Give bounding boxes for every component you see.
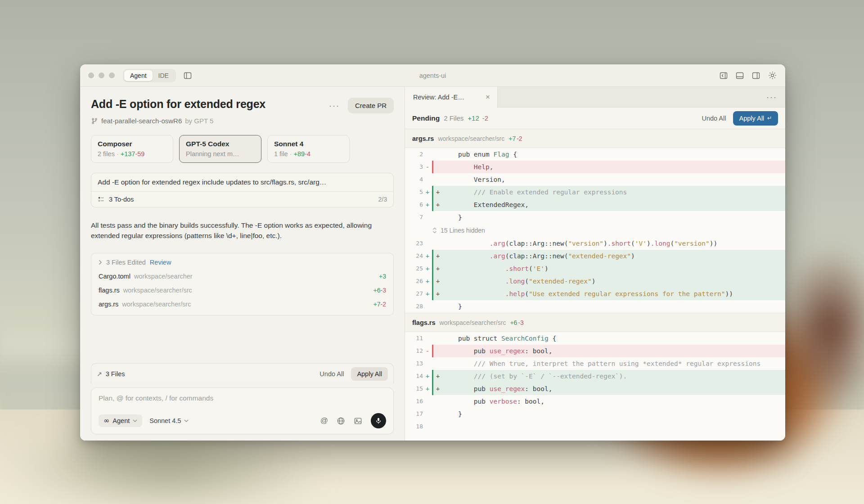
code-text: } [442,300,462,313]
edited-file-row[interactable]: args.rsworkspace/searcher/src+7-2 [99,301,386,308]
code-text: pub struct SearchConfig { [442,332,556,345]
model-dropdown[interactable]: Sonnet 4.5 [149,417,189,424]
composer-input[interactable] [99,394,386,402]
composer: ∞ Agent Sonnet 4.5 @ [91,387,394,434]
globe-icon[interactable] [337,417,345,425]
diff-line-content: + ExtendedRegex, [432,198,785,211]
more-options-icon[interactable]: ··· [328,100,341,112]
code-token: pub [442,398,490,405]
hidden-lines-row[interactable]: 15 Lines hidden [405,224,785,237]
diff-sign: + [423,186,432,198]
pending-files-count[interactable]: 3 Files [106,370,125,378]
diff-line[interactable]: 26++ .long("extended-regex") [405,275,785,288]
branch-name[interactable]: feat-parallel-search-oswR6 [101,117,182,125]
edited-file-row[interactable]: Cargo.tomlworkspace/searcher+3 [99,273,386,280]
diff-sign: + [423,288,432,300]
panel-bottom-icon[interactable] [735,71,744,80]
diff-file-header[interactable]: flags.rsworkspace/searcher/src+6-3 [405,313,785,332]
code-text: .help("Use extended regular expressions … [442,288,733,300]
diff-line[interactable]: 3- Help, [405,161,785,173]
code-token: { [549,335,556,342]
diff-line-content: + .arg(clap::Arg::new("extended-regex") [432,250,785,262]
review-tab[interactable]: Review: Add -E… × [405,87,498,108]
panel-right-icon[interactable] [752,71,760,80]
code-token: { [509,151,517,158]
diff-line[interactable]: 13 /// When true, interpret the pattern … [405,357,785,370]
minimize-window-button[interactable] [99,72,104,78]
agent-card[interactable]: Composer2 files·+137-59 [91,135,173,163]
settings-gear-icon[interactable] [768,71,777,80]
close-icon[interactable]: × [485,93,491,102]
agent-card-status: 1 file·+89-4 [274,150,343,158]
return-key-icon: ↵ [767,115,772,122]
sidebar-toggle-icon[interactable] [183,71,192,80]
code-token: pub struct [442,335,501,342]
diff-line[interactable]: 16 pub verbose: bool, [405,395,785,408]
file-path: workspace/searcher/src [123,287,192,294]
undo-all-button[interactable]: Undo All [320,370,344,378]
diff-line[interactable]: 14++ /// (set by `-E` / `--extended-rege… [405,370,785,382]
branch-author: by GPT 5 [185,117,213,125]
todos-row[interactable]: 3 To-dos 2/3 [91,192,393,207]
deletions-count: -4 [305,150,310,158]
agent-card-name: Sonnet 4 [274,140,343,148]
code-text: Version, [442,173,505,186]
diff-line[interactable]: 7 } [405,211,785,224]
diff-line-content: } [432,300,785,313]
edited-file-row[interactable]: flags.rsworkspace/searcher/src+6-3 [99,287,386,294]
diff-sign: - [423,345,432,357]
create-pr-button[interactable]: Create PR [348,98,394,113]
diff-line[interactable]: 18 [405,420,785,433]
tab-ide[interactable]: IDE [153,70,175,81]
microphone-button[interactable] [371,413,386,428]
diff-line[interactable]: 17 } [405,408,785,420]
diff-line[interactable]: 11 pub struct SearchConfig { [405,332,785,345]
files-edited-header[interactable]: 3 Files Edited Review [99,259,386,266]
review-apply-all-button[interactable]: Apply All ↵ [733,111,778,126]
diff-file-header[interactable]: args.rsworkspace/searcher/src+7-2 [405,129,785,148]
diff-line-content: } [432,408,785,420]
file-diffstat: +3 [379,273,386,280]
diff-line[interactable]: 2 pub enum Flag { [405,148,785,161]
line-number: 6 [405,198,423,211]
code-token: .arg [490,252,505,260]
tab-agent[interactable]: Agent [124,70,153,81]
panel-back-icon[interactable] [719,71,728,80]
diff-line[interactable]: 24++ .arg(clap::Arg::new("extended-regex… [405,250,785,262]
diff-sign [423,211,432,224]
diff-line[interactable]: 5++ /// Enable extended regular expressi… [405,186,785,198]
diff-line[interactable]: 6++ ExtendedRegex, [405,198,785,211]
agent-card[interactable]: GPT-5 CodexPlanning next m… [179,135,261,163]
diff-line[interactable]: 4 Version, [405,173,785,186]
diff-line[interactable]: 12- pub use_regex: bool, [405,345,785,357]
diff-line[interactable]: 28 } [405,300,785,313]
review-more-options-icon[interactable]: ··· [765,91,778,103]
review-undo-all-button[interactable]: Undo All [702,115,726,122]
diff-inner-sign [433,395,442,408]
titlebar: Agent IDE agents-ui [80,64,785,87]
agent-mode-dropdown[interactable]: ∞ Agent [99,414,142,427]
zoom-window-button[interactable] [109,72,115,78]
task-box[interactable]: Add -E option for extended regex include… [91,173,394,207]
diff-line[interactable]: 27++ .help("Use extended regular express… [405,288,785,300]
review-link[interactable]: Review [150,259,171,266]
diff-line[interactable]: 25++ .short('E') [405,262,785,275]
image-icon[interactable] [354,417,362,425]
line-number: 28 [405,300,423,313]
diff-line[interactable]: 23 .arg(clap::Arg::new("version").short(… [405,237,785,250]
diff-view[interactable]: args.rsworkspace/searcher/src+7-22 pub e… [405,129,785,441]
close-window-button[interactable] [88,72,94,78]
apply-all-button[interactable]: Apply All [351,367,388,381]
app-window: Agent IDE agents-ui Add -E option for ex… [80,64,785,441]
code-token: )) [725,290,733,297]
diff-line[interactable]: 15++ pub use_regex: bool, [405,382,785,395]
diff-line-content: + pub use_regex: bool, [432,382,785,395]
code-token: 'E' [533,265,544,272]
diff-sign [423,408,432,420]
mention-icon[interactable]: @ [320,416,328,425]
agent-card[interactable]: Sonnet 41 file·+89-4 [267,135,350,163]
diff-line-content: pub enum Flag { [432,148,785,161]
git-branch-icon [91,117,98,125]
deletions-count: -59 [135,150,144,158]
diff-line-content: Version, [432,173,785,186]
